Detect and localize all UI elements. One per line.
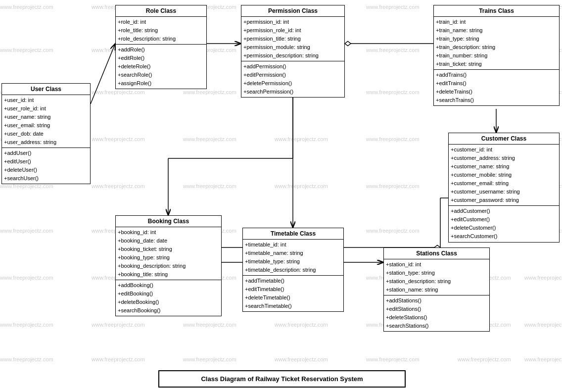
diagram-title-text: Class Diagram of Railway Ticket Reservat… [201,375,363,383]
diagram-title: Class Diagram of Railway Ticket Reservat… [158,370,406,388]
time-method-2: +editTimetable() [245,285,341,294]
cust-attr-6: +customer_username: string [451,188,557,196]
trains-class: Trains Class +train_id: int +train_name:… [433,5,560,106]
perm-attr-3: +permission_title: string [243,35,342,43]
role-class: Role Class +role_id: int +role_title: st… [115,5,207,89]
book-attr-5: +booking_description: string [118,262,219,270]
trains-attr-2: +train_name: string [436,26,557,35]
book-method-2: +editBooking() [118,290,219,298]
role-method-5: +assignRole() [118,79,204,88]
customer-class-methods: +addCustomer() +editCustomer() +deleteCu… [449,206,559,242]
user-class-methods: +addUser() +editUser() +deleteUser() +se… [2,148,90,184]
book-attr-4: +booking_type: string [118,253,219,262]
watermark: www.freeprojectz.com [183,356,236,362]
cust-method-1: +addCustomer() [451,207,557,215]
trains-attr-6: +train_ticket: string [436,60,557,68]
watermark: www.freeprojectz.com [92,322,145,328]
book-method-3: +deleteBooking() [118,298,219,306]
cust-attr-1: +customer_id: int [451,146,557,154]
watermark: www.freeprojectz.com [366,356,420,362]
watermark: www.freeprojectz.com [183,322,236,328]
customer-class: Customer Class +customer_id: int +custom… [448,133,560,243]
time-attr-3: +timetable_type: string [245,257,341,266]
watermark: www.freeprojectz.com [183,89,236,95]
time-method-1: +addTimetable() [245,277,341,285]
perm-method-3: +deletePermission() [243,79,342,88]
watermark: www.freeprojectz.com [275,136,328,142]
stations-class-methods: +addStations() +editStations() +deleteSt… [384,295,489,331]
book-method-1: +addBooking() [118,281,219,290]
timetable-class: Timetable Class +timetable_id: int +time… [242,228,344,312]
trains-attr-4: +train_description: string [436,43,557,51]
stat-attr-3: +station_description: string [386,277,487,286]
watermark: www.freeprojectz.com [92,89,145,95]
trains-method-3: +deleteTrains() [436,88,557,96]
customer-class-attributes: +customer_id: int +customer_address: str… [449,145,559,206]
user-method-4: +searchUser() [4,174,88,183]
customer-class-title: Customer Class [449,133,559,145]
perm-method-2: +editPermission() [243,71,342,79]
time-attr-4: +timetable_description: string [245,266,341,274]
cust-method-3: +deleteCustomer() [451,224,557,232]
cust-method-4: +searchCustomer() [451,232,557,241]
perm-attr-1: +permission_id: int [243,18,342,26]
watermark: www.freeprojectz.com [366,183,420,189]
permission-class-methods: +addPermission() +editPermission() +dele… [241,61,344,97]
watermark: www.freeprojectz.com [275,183,328,189]
role-method-2: +editRole() [118,54,204,62]
trains-method-1: +addTrains() [436,71,557,79]
role-method-4: +searchRole() [118,71,204,79]
trains-class-methods: +addTrains() +editTrains() +deleteTrains… [434,70,559,105]
permission-class-title: Permission Class [241,5,344,17]
booking-class-attributes: +booking_id: int +booking_date: date +bo… [116,227,221,280]
book-method-4: +searchBooking() [118,306,219,315]
watermark: www.freeprojectz.com [183,183,236,189]
book-attr-2: +booking_date: date [118,237,219,245]
user-attr-6: +user_address: string [4,138,88,147]
perm-method-4: +searchPermission() [243,88,342,96]
stat-attr-4: +station_name: string [386,286,487,294]
watermark: www.freeprojectz.com [524,275,562,281]
user-method-3: +deleteUser() [4,166,88,174]
booking-class-title: Booking Class [116,216,221,227]
trains-method-4: +searchTrains() [436,96,557,104]
stat-method-4: +searchStations() [386,322,487,330]
watermark: www.freeprojectz.com [366,4,420,10]
user-attr-1: +user_id: int [4,96,88,104]
stations-class-attributes: +station_id: int +station_type: string +… [384,259,489,295]
cust-attr-4: +customer_mobile: string [451,171,557,179]
watermark: www.freeprojectz.com [366,89,420,95]
watermark: www.freeprojectz.com [524,356,562,362]
booking-class: Booking Class +booking_id: int +booking_… [115,215,222,316]
role-class-attributes: +role_id: int +role_title: string +role_… [116,17,206,45]
watermark: www.freeprojectz.com [0,228,53,234]
role-attr-1: +role_id: int [118,18,204,26]
user-attr-4: +user_email: string [4,121,88,130]
role-attr-3: +role_description: string [118,35,204,43]
user-method-2: +editUser() [4,157,88,166]
stations-class: Stations Class +station_id: int +station… [383,247,490,332]
user-attr-2: +user_role_id: int [4,104,88,113]
time-method-4: +searchTimetable() [245,302,341,310]
time-attr-2: +timetable_name: string [245,249,341,257]
watermark: www.freeprojectz.com [524,322,562,328]
trains-attr-3: +train_type: string [436,35,557,43]
watermark: www.freeprojectz.com [366,136,420,142]
role-class-title: Role Class [116,5,206,17]
cust-attr-7: +customer_password: string [451,196,557,204]
timetable-class-methods: +addTimetable() +editTimetable() +delete… [243,276,343,311]
book-attr-3: +booking_ticket: string [118,245,219,253]
user-attr-5: +user_dob: date [4,130,88,138]
watermark: www.freeprojectz.com [275,356,328,362]
cust-method-2: +editCustomer() [451,215,557,224]
time-method-3: +deleteTimetable() [245,294,341,302]
stat-method-3: +deleteStations() [386,313,487,322]
permission-class: Permission Class +permission_id: int +pe… [241,5,345,98]
perm-attr-4: +permission_module: string [243,43,342,51]
perm-method-1: +addPermission() [243,62,342,71]
perm-attr-2: +permission_role_id: int [243,26,342,35]
watermark: www.freeprojectz.com [366,228,420,234]
role-method-1: +addRole() [118,46,204,54]
user-class-attributes: +user_id: int +user_role_id: int +user_n… [2,95,90,148]
user-class-title: User Class [2,84,90,95]
